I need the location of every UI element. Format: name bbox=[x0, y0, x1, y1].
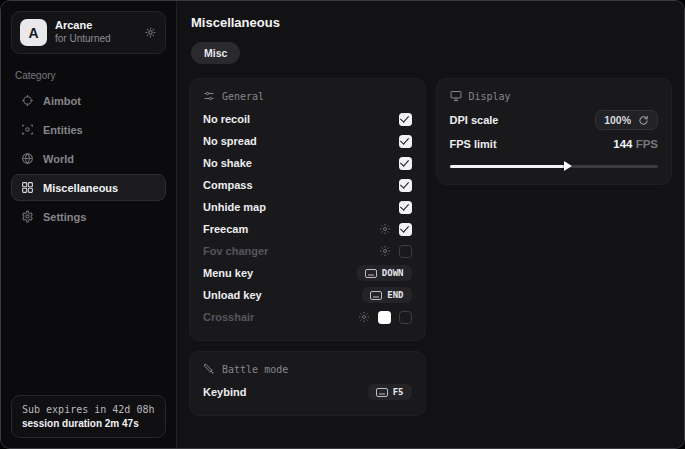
app-subtitle: for Unturned bbox=[55, 33, 136, 46]
category-label: Category bbox=[15, 70, 162, 81]
crosshair-settings-gear-icon[interactable] bbox=[358, 311, 370, 323]
main-content: Miscellaneous Misc General bbox=[177, 1, 684, 448]
app-header-card: A Arcane for Unturned bbox=[11, 11, 166, 54]
sub-expiry-text: Sub expires in 42d 08h bbox=[22, 404, 155, 415]
battle-keybind-button[interactable]: F5 bbox=[368, 384, 412, 400]
row-unload-key: Unload key END bbox=[203, 284, 412, 306]
sidebar-item-label: World bbox=[43, 153, 74, 165]
app-name: Arcane bbox=[55, 19, 136, 33]
row-fov-changer: Fov changer bbox=[203, 240, 412, 262]
panel-general: General No recoil No spread bbox=[189, 78, 426, 341]
reset-icon[interactable] bbox=[638, 115, 649, 126]
dpi-scale-value: 100% bbox=[604, 114, 631, 126]
keyboard-icon bbox=[376, 388, 388, 397]
sidebar-item-aimbot[interactable]: Aimbot bbox=[11, 87, 166, 114]
sword-icon bbox=[203, 363, 215, 375]
row-unhide-map: Unhide map bbox=[203, 196, 412, 218]
unload-key-button[interactable]: END bbox=[362, 287, 411, 303]
dpi-scale-control[interactable]: 100% bbox=[595, 110, 658, 130]
keyboard-icon bbox=[370, 291, 382, 300]
slider-fill bbox=[450, 165, 569, 168]
sidebar-item-settings[interactable]: Settings bbox=[11, 203, 166, 230]
row-no-recoil: No recoil bbox=[203, 108, 412, 130]
no-shake-checkbox[interactable] bbox=[399, 157, 412, 170]
page-title: Miscellaneous bbox=[191, 15, 672, 30]
unhide-map-checkbox[interactable] bbox=[399, 201, 412, 214]
crosshair-checkbox[interactable] bbox=[399, 311, 412, 324]
gear-icon bbox=[21, 210, 34, 223]
sidebar-item-world[interactable]: World bbox=[11, 145, 166, 172]
sidebar-item-miscellaneous[interactable]: Miscellaneous bbox=[11, 174, 166, 201]
compass-checkbox[interactable] bbox=[399, 179, 412, 192]
row-no-shake: No shake bbox=[203, 152, 412, 174]
row-compass: Compass bbox=[203, 174, 412, 196]
no-recoil-checkbox[interactable] bbox=[399, 113, 412, 126]
monitor-icon bbox=[450, 90, 462, 102]
menu-key-button[interactable]: DOWN bbox=[357, 265, 412, 281]
row-crosshair: Crosshair bbox=[203, 306, 412, 328]
fov-settings-gear-icon[interactable] bbox=[379, 245, 391, 257]
row-dpi-scale: DPI scale 100% bbox=[450, 108, 659, 132]
crosshair-icon bbox=[21, 94, 34, 107]
sidebar-item-label: Entities bbox=[43, 124, 83, 136]
grid-icon bbox=[21, 181, 34, 194]
keyboard-icon bbox=[365, 269, 377, 278]
panel-battle-mode-title: Battle mode bbox=[222, 364, 288, 375]
sidebar-item-label: Aimbot bbox=[43, 95, 81, 107]
panel-battle-mode: Battle mode Keybind F5 bbox=[189, 351, 426, 416]
tab-bar: Misc bbox=[191, 42, 672, 64]
freecam-settings-gear-icon[interactable] bbox=[379, 223, 391, 235]
tab-misc[interactable]: Misc bbox=[191, 42, 240, 64]
entities-icon bbox=[21, 123, 34, 136]
app-window: A Arcane for Unturned Category bbox=[0, 0, 685, 449]
app-avatar: A bbox=[20, 19, 47, 46]
row-no-spread: No spread bbox=[203, 130, 412, 152]
row-battle-keybind: Keybind F5 bbox=[203, 381, 412, 403]
sidebar-item-label: Settings bbox=[43, 211, 86, 223]
sidebar-nav: Aimbot Entities World bbox=[11, 87, 166, 230]
no-spread-checkbox[interactable] bbox=[399, 135, 412, 148]
fps-limit-value: 144 FPS bbox=[613, 138, 658, 150]
sidebar: A Arcane for Unturned Category bbox=[1, 1, 177, 448]
fov-changer-checkbox[interactable] bbox=[399, 245, 412, 258]
globe-icon bbox=[21, 152, 34, 165]
sidebar-item-entities[interactable]: Entities bbox=[11, 116, 166, 143]
subscription-info-card: Sub expires in 42d 08h session duration … bbox=[11, 395, 166, 438]
sidebar-item-label: Miscellaneous bbox=[43, 182, 118, 194]
freecam-checkbox[interactable] bbox=[399, 223, 412, 236]
fps-limit-slider[interactable] bbox=[450, 160, 659, 172]
panel-general-title: General bbox=[222, 91, 264, 102]
row-menu-key: Menu key DOWN bbox=[203, 262, 412, 284]
panel-display-title: Display bbox=[469, 91, 511, 102]
row-freecam: Freecam bbox=[203, 218, 412, 240]
slider-thumb[interactable] bbox=[564, 161, 572, 171]
row-fps-limit: FPS limit 144 FPS bbox=[450, 132, 659, 156]
session-duration-text: session duration 2m 47s bbox=[22, 418, 155, 429]
sliders-icon bbox=[203, 90, 215, 102]
sync-icon[interactable] bbox=[144, 26, 157, 39]
crosshair-color-swatch[interactable] bbox=[378, 311, 391, 324]
panel-display: Display DPI scale 100% bbox=[436, 78, 673, 185]
